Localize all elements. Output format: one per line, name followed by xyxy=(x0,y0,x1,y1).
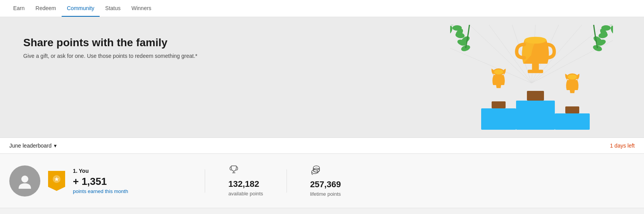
leaderboard-label: June leaderboard xyxy=(9,143,52,149)
nav-redeem[interactable]: Redeem xyxy=(30,0,62,17)
available-points-value: 132,182 xyxy=(228,179,259,189)
available-points-block: 132,182 available points xyxy=(228,165,263,197)
svg-rect-37 xyxy=(527,91,544,101)
trophy-icon xyxy=(228,165,239,176)
svg-point-43 xyxy=(524,37,546,44)
svg-rect-38 xyxy=(565,106,579,113)
available-points-label: available points xyxy=(228,191,263,197)
hero-section: Share points with the family Give a gift… xyxy=(0,17,644,137)
lifetime-points-label: lifetime points xyxy=(310,191,341,197)
days-left: 1 days left xyxy=(610,143,635,149)
navigation: Earn Redeem Community Status Winners xyxy=(0,0,644,17)
svg-point-46 xyxy=(21,176,28,183)
leaderboard-bar: June leaderboard ▾ 1 days left xyxy=(0,137,644,154)
points-text: points xyxy=(73,188,86,194)
lifetime-points-value: 257,369 xyxy=(310,179,341,190)
svg-point-30 xyxy=(601,25,611,31)
nav-status[interactable]: Status xyxy=(100,0,126,17)
nav-winners[interactable]: Winners xyxy=(126,0,157,17)
svg-rect-36 xyxy=(492,101,506,108)
svg-rect-42 xyxy=(528,70,543,73)
coins-icon xyxy=(310,165,321,176)
user-points-earned: + 1,351 xyxy=(73,176,150,188)
lifetime-points-block: 257,369 lifetime points xyxy=(310,165,341,197)
svg-rect-34 xyxy=(516,101,555,130)
hero-title: Share points with the family xyxy=(23,37,256,49)
leaderboard-dropdown[interactable]: June leaderboard ▾ xyxy=(9,143,57,149)
svg-rect-35 xyxy=(555,113,590,130)
nav-community[interactable]: Community xyxy=(62,0,100,17)
svg-text:★: ★ xyxy=(54,176,59,182)
user-info: 1. You + 1,351 points earned this month xyxy=(73,168,150,194)
svg-point-18 xyxy=(452,25,462,31)
divider-2 xyxy=(287,169,287,193)
avatar xyxy=(9,165,40,197)
svg-line-8 xyxy=(450,48,532,83)
chevron-down-icon: ▾ xyxy=(54,143,57,149)
divider-1 xyxy=(205,169,205,193)
svg-rect-33 xyxy=(481,108,516,130)
svg-point-40 xyxy=(494,70,503,75)
svg-point-45 xyxy=(568,75,577,80)
rank-badge: ★ xyxy=(48,171,65,191)
hero-subtitle: Give a gift, or ask for one. Use those p… xyxy=(23,53,217,59)
svg-point-24 xyxy=(609,25,613,36)
user-rank-name: 1. You xyxy=(73,168,150,174)
trophy-illustration xyxy=(450,25,613,137)
svg-rect-41 xyxy=(532,64,539,71)
nav-earn[interactable]: Earn xyxy=(8,0,30,17)
svg-point-51 xyxy=(313,166,319,170)
user-points-label: points earned this month xyxy=(73,188,150,194)
earned-text: earned this month xyxy=(88,188,128,194)
stats-section: ★ 1. You + 1,351 points earned this mont… xyxy=(0,154,644,208)
svg-point-12 xyxy=(450,25,454,36)
